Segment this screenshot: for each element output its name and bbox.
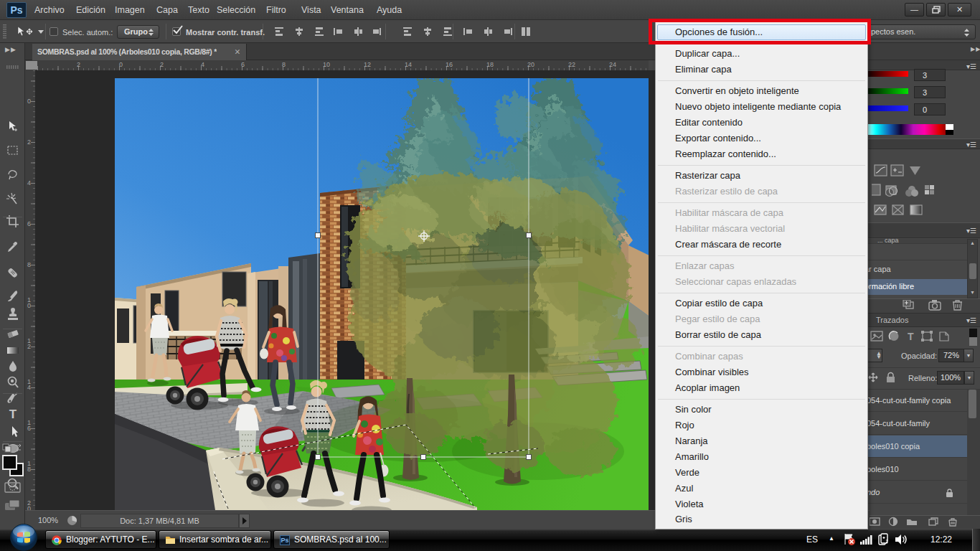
svg-text:T: T (9, 408, 17, 421)
svg-text:T: T (908, 331, 914, 342)
